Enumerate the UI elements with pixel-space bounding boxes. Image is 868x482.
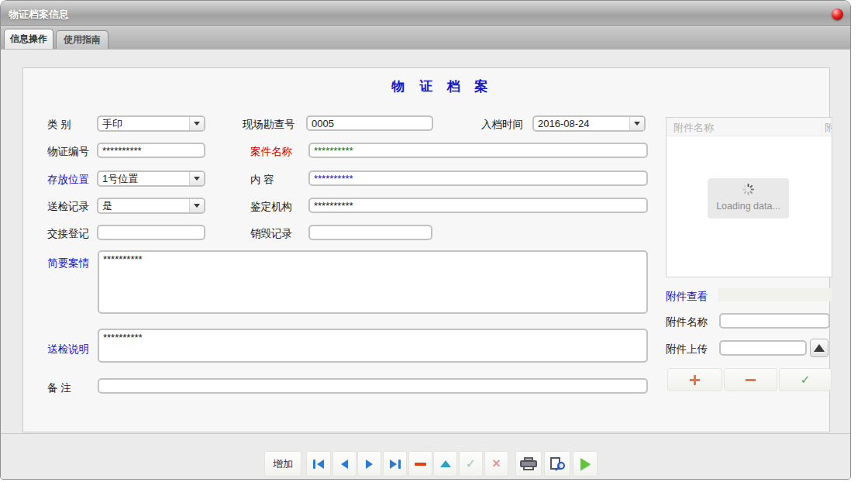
archive-date-label: 入档时间 xyxy=(481,118,523,132)
loading-text: Loading data... xyxy=(708,201,789,212)
triangle-up-icon xyxy=(814,344,825,352)
attachment-confirm-button[interactable]: ✓ xyxy=(779,368,832,391)
destroy-input[interactable] xyxy=(308,225,432,240)
handover-label: 交接登记 xyxy=(47,227,89,241)
attachment-remove-button[interactable] xyxy=(724,368,777,391)
window-title: 物证档案信息 xyxy=(9,8,69,22)
remark-label: 备 注 xyxy=(47,381,71,395)
edit-record-button[interactable] xyxy=(433,451,457,477)
add-record-button[interactable]: 增加 xyxy=(264,451,301,477)
case-name-label: 案件名称 xyxy=(250,145,292,159)
brief-label: 简要案情 xyxy=(47,256,89,270)
first-record-icon xyxy=(313,460,315,469)
last-record-icon xyxy=(390,460,397,469)
print-icon xyxy=(520,457,537,470)
archive-date-dropdown-button[interactable] xyxy=(629,117,644,130)
storage-dropdown-button[interactable] xyxy=(189,172,204,185)
agency-input[interactable] xyxy=(308,198,648,213)
prev-record-button[interactable] xyxy=(332,451,356,477)
tab-user-guide-label: 使用指南 xyxy=(64,33,101,46)
evidence-no-label: 物证编号 xyxy=(47,145,89,159)
chevron-down-icon xyxy=(194,122,200,126)
title-bar: 物证档案信息 xyxy=(1,1,850,26)
column-divider xyxy=(822,118,822,136)
chevron-down-icon xyxy=(634,122,640,126)
category-dropdown-button[interactable] xyxy=(189,117,204,130)
category-select[interactable]: 手印 xyxy=(97,115,205,132)
category-label: 类 别 xyxy=(47,118,71,132)
attachment-view-link[interactable]: 附件查看 xyxy=(666,290,708,304)
archive-date-value: 2016-08-24 xyxy=(538,118,590,129)
execute-button[interactable] xyxy=(573,451,598,477)
evidence-archive-window: 物证档案信息 信息操作 使用指南 物 证 档 案 类 别 手印 现场勘查号 入档… xyxy=(0,0,851,480)
attachment-name-label: 附件名称 xyxy=(666,315,708,329)
attachment-upload-label: 附件上传 xyxy=(666,343,708,356)
chevron-down-icon xyxy=(194,177,200,181)
first-record-icon xyxy=(317,460,324,469)
handover-input[interactable] xyxy=(97,225,205,240)
check-icon: ✓ xyxy=(801,373,811,387)
next-record-icon xyxy=(366,460,373,469)
remark-input[interactable] xyxy=(98,378,648,394)
attachment-second-column-header: 附 xyxy=(825,121,832,135)
loading-indicator: Loading data... xyxy=(708,178,789,219)
category-select-value: 手印 xyxy=(102,117,122,131)
prev-record-icon xyxy=(341,460,348,469)
plus-icon xyxy=(690,375,700,385)
send-record-label: 送检记录 xyxy=(47,200,89,214)
minus-icon xyxy=(746,379,756,381)
content-label: 内 容 xyxy=(250,173,274,187)
last-record-button[interactable] xyxy=(383,451,407,477)
scene-no-input[interactable] xyxy=(306,115,433,131)
destroy-label: 销毁记录 xyxy=(250,227,292,241)
cancel-cross-icon: × xyxy=(492,456,501,472)
attachment-view-display xyxy=(718,288,832,301)
send-record-dropdown-button[interactable] xyxy=(189,199,204,212)
send-record-select[interactable]: 是 xyxy=(97,198,205,214)
print-button[interactable] xyxy=(515,451,542,477)
next-record-button[interactable] xyxy=(357,451,381,477)
delete-icon xyxy=(415,463,426,466)
attachment-add-button[interactable] xyxy=(667,368,722,391)
play-icon xyxy=(580,458,591,470)
storage-select-value: 1号位置 xyxy=(102,172,138,186)
send-note-label: 送检说明 xyxy=(47,343,89,356)
attachment-grid-header: 附件名称 附 xyxy=(666,118,832,136)
find-icon xyxy=(549,457,565,471)
storage-label: 存放位置 xyxy=(47,173,89,187)
cancel-record-button[interactable]: × xyxy=(484,451,508,477)
send-note-textarea[interactable]: ********** xyxy=(98,329,648,363)
find-button[interactable] xyxy=(544,451,570,477)
add-record-label: 增加 xyxy=(273,457,293,471)
tab-user-guide[interactable]: 使用指南 xyxy=(56,30,108,49)
tab-info-operation-label: 信息操作 xyxy=(10,33,47,46)
tab-info-operation[interactable]: 信息操作 xyxy=(4,29,53,49)
form-title: 物 证 档 案 xyxy=(342,77,543,95)
tab-strip: 信息操作 使用指南 xyxy=(1,27,850,50)
attachment-name-column-header: 附件名称 xyxy=(673,121,714,135)
brief-textarea[interactable]: ********** xyxy=(98,250,648,314)
edit-icon xyxy=(440,460,451,467)
chevron-down-icon xyxy=(194,204,200,208)
red-status-orb-icon[interactable] xyxy=(832,9,843,20)
storage-select[interactable]: 1号位置 xyxy=(97,170,205,187)
content-input[interactable] xyxy=(308,170,648,186)
upload-button[interactable] xyxy=(810,339,828,357)
spinner-icon xyxy=(742,184,754,195)
scene-no-label: 现场勘查号 xyxy=(243,118,295,132)
delete-record-button[interactable] xyxy=(408,451,432,477)
evidence-no-input[interactable] xyxy=(97,143,205,158)
post-check-icon: ✓ xyxy=(466,456,476,471)
last-record-icon xyxy=(398,460,401,469)
post-record-button[interactable]: ✓ xyxy=(459,451,483,477)
archive-date-select[interactable]: 2016-08-24 xyxy=(532,115,646,132)
first-record-button[interactable] xyxy=(306,451,331,477)
attachment-upload-input[interactable] xyxy=(719,340,807,356)
send-record-value: 是 xyxy=(102,199,112,213)
agency-label: 鉴定机构 xyxy=(250,200,292,214)
attachment-name-input[interactable] xyxy=(719,313,830,329)
case-name-input[interactable] xyxy=(308,143,648,158)
